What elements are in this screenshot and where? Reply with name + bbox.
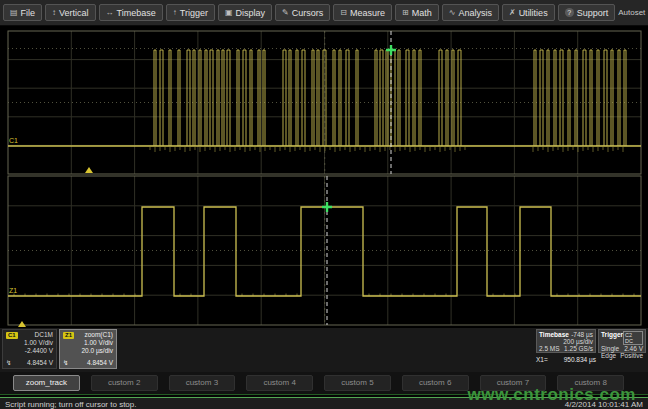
menu-file[interactable]: ▤File [3,4,42,21]
timebase-delay: -748 µs [571,331,593,338]
oscilloscope-app: ▤File ↕Vertical ↔Timebase ↑Trigger ▣Disp… [0,0,648,409]
cursor-pencil-icon: ✎ [282,9,289,17]
trigger-source-badge: C2 DC [623,331,643,345]
tab-custom-6[interactable]: custom 6 [402,375,469,391]
z1-chip: Z1 [63,332,74,339]
menu-math[interactable]: ⊞Math [395,4,439,21]
tab-custom-8[interactable]: custom 8 [557,375,624,391]
tab-custom-4[interactable]: custom 4 [246,375,313,391]
channel-c1-descriptor[interactable]: C1DC1M 1.00 V/div -2.4400 V ↯4.8454 V [2,329,57,369]
tab-custom-5[interactable]: custom 5 [324,375,391,391]
trigger-mode: Single [601,345,619,352]
horizontal-arrows-icon: ↔ [106,9,114,17]
z1-level-icon: ↯ [63,359,68,367]
menu-trigger-label: Trigger [180,8,208,18]
menu-cursors-label: Cursors [292,8,324,18]
trigger-title: Trigger [601,331,623,345]
menu-cursors[interactable]: ✎Cursors [275,4,330,21]
menu-support-label: Support [577,8,609,18]
menu-measure-label: Measure [350,8,385,18]
autoset-button[interactable]: Autoset [618,8,645,17]
timebase-scale: 200 µs/div [563,338,593,345]
tab-zoom-track[interactable]: zoom_track [13,375,80,391]
trigger-arrow-icon: ↑ [173,9,177,17]
menu-analysis[interactable]: ∿Analysis [442,4,499,21]
trigger-type: Edge [601,352,616,359]
file-icon: ▤ [10,9,18,17]
c1-vertical-scale: 1.00 V/div [24,339,53,347]
menu-vertical[interactable]: ↕Vertical [45,4,96,21]
analysis-chart-icon: ∿ [449,9,456,17]
menu-bar: ▤File ↕Vertical ↔Timebase ↑Trigger ▣Disp… [0,0,648,26]
waveform-area[interactable]: C1Z1 [0,26,648,328]
vertical-arrows-icon: ↕ [52,9,56,17]
c1-cursor-level: 4.8454 V [27,359,53,367]
x1-value: 950.834 µs [564,356,596,363]
status-message: Script running; turn off cursor to stop. [5,400,136,409]
menu-file-label: File [21,8,36,18]
x1-label: X1= [536,356,548,363]
cursor-readout: X1= 950.834 µs [536,356,596,363]
tab-custom-7[interactable]: custom 7 [480,375,547,391]
tab-custom-2[interactable]: custom 2 [91,375,158,391]
menu-analysis-label: Analysis [458,8,492,18]
c1-coupling: DC1M [35,331,53,339]
math-grid-icon: ⊞ [402,9,409,17]
z1-vertical-scale: 1.00 V/div [84,339,113,347]
display-monitor-icon: ▣ [225,9,233,17]
measure-ruler-icon: ⊟ [340,9,347,17]
timebase-panel[interactable]: Timebase-748 µs 200 µs/div 2.5 MS1.25 GS… [536,329,596,353]
c1-offset: -2.4400 V [25,347,53,355]
status-timestamp: 4/2/2014 10:01:41 AM [565,400,643,409]
c1-level-icon: ↯ [6,359,11,367]
trigger-slope: Positive [620,352,643,359]
svg-text:Z1: Z1 [9,287,17,294]
menu-support[interactable]: ?Support [558,4,616,21]
trigger-panel[interactable]: TriggerC2 DC Single2.46 V EdgePositive [598,329,646,353]
z1-cursor-level: 4.8454 V [87,359,113,367]
waveform-display[interactable]: C1Z1 [0,26,648,328]
timebase-title: Timebase [539,331,569,338]
utilities-tools-icon: ✗ [509,9,516,17]
menu-trigger[interactable]: ↑Trigger [166,4,215,21]
z1-source: zoom(C1) [84,331,113,339]
c1-chip: C1 [6,332,18,339]
tab-custom-3[interactable]: custom 3 [169,375,236,391]
menu-display[interactable]: ▣Display [218,4,272,21]
zoom-z1-descriptor[interactable]: Z1zoom(C1) 1.00 V/div 20.0 µs/div ↯4.845… [59,329,117,369]
menu-timebase-label: Timebase [117,8,156,18]
menu-timebase[interactable]: ↔Timebase [99,4,163,21]
z1-horizontal-scale: 20.0 µs/div [81,347,113,355]
trigger-level: 2.46 V [624,345,643,352]
support-help-icon: ? [565,8,574,17]
menu-display-label: Display [236,8,266,18]
status-bar: Script running; turn off cursor to stop.… [0,398,648,409]
menu-math-label: Math [412,8,432,18]
timebase-samples: 2.5 MS [539,345,560,352]
svg-text:C1: C1 [9,137,18,144]
menu-vertical-label: Vertical [59,8,89,18]
timebase-samplerate: 1.25 GS/s [564,345,593,352]
menu-measure[interactable]: ⊟Measure [333,4,392,21]
menu-utilities[interactable]: ✗Utilities [502,4,555,21]
menu-utilities-label: Utilities [519,8,548,18]
descriptor-strip: C1DC1M 1.00 V/div -2.4400 V ↯4.8454 V Z1… [0,328,648,372]
tab-bar: zoom_track custom 2 custom 3 custom 4 cu… [0,372,648,394]
